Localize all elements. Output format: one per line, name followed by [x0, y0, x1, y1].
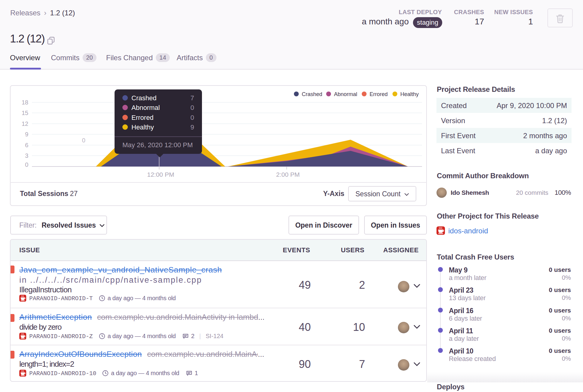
svg-text:0: 0: [82, 137, 85, 144]
